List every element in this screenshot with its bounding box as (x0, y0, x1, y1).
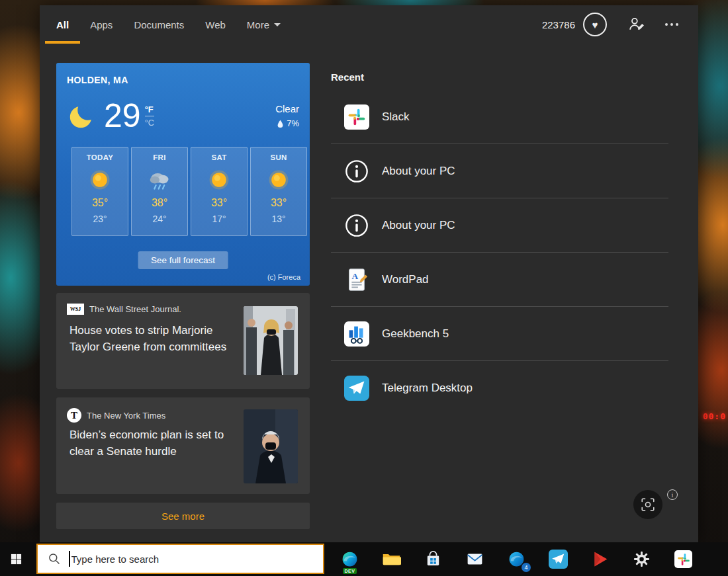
unit-fahrenheit[interactable]: °F (145, 104, 155, 116)
forecast-day-label: TODAY (87, 153, 114, 161)
news-headline: House votes to strip Marjorie Taylor Gre… (69, 322, 235, 355)
recent-item-telegram[interactable]: Telegram Desktop (331, 361, 668, 415)
wallpaper-led-display: 00:0 (703, 411, 726, 421)
taskbar-icons: DEV (329, 542, 704, 576)
weather-card[interactable]: HOLDEN, MA 29 °F °C Clear (56, 63, 310, 286)
nyt-logo: T (67, 408, 81, 423)
moon-icon (67, 101, 97, 131)
store-icon (424, 550, 443, 569)
taskbar-telegram[interactable] (537, 542, 579, 576)
forecast-high: 33° (211, 197, 227, 209)
news-headline: Biden’s economic plan is set to clear a … (69, 427, 235, 460)
see-more-button[interactable]: See more (56, 503, 310, 529)
telegram-icon (549, 550, 568, 569)
recent-item-label: WordPad (382, 273, 429, 286)
info-icon (344, 213, 369, 238)
taskbar-file-explorer[interactable] (371, 542, 412, 576)
file-explorer-icon (382, 550, 401, 569)
recent-item-label: Telegram Desktop (382, 382, 473, 395)
wordpad-icon: A (344, 267, 369, 292)
sun-icon (207, 168, 231, 192)
search-icon (48, 552, 61, 565)
forecast-low: 24° (152, 214, 166, 224)
tab-more[interactable]: More (247, 5, 281, 44)
forecast-day-sun[interactable]: SUN 33° 13° (250, 147, 307, 236)
header-right-cluster: 223786 ♥ (542, 5, 678, 44)
unit-celsius[interactable]: °C (145, 116, 155, 128)
news-source: The Wall Street Journal. (89, 304, 181, 314)
red-play-icon (590, 550, 610, 569)
more-options-icon[interactable] (665, 23, 678, 26)
recent-item-slack[interactable]: Slack (331, 90, 668, 144)
tab-web[interactable]: Web (205, 5, 226, 44)
forecast-day-today[interactable]: TODAY 35° 23° (71, 147, 128, 236)
news-source-row: WSJ The Wall Street Journal. (67, 304, 181, 315)
recent-item-label: About your PC (382, 219, 455, 232)
edge-notification-badge: 4 (522, 563, 531, 572)
forecast-day-fri[interactable]: FRI 38° 24° (131, 147, 188, 236)
slack-icon (344, 104, 369, 130)
weather-condition: Clear (275, 103, 299, 114)
forecast-low: 13° (271, 214, 285, 224)
tab-all[interactable]: All (56, 5, 69, 44)
gear-icon (632, 550, 651, 569)
taskbar-mail[interactable] (454, 542, 496, 576)
news-thumbnail (244, 306, 298, 375)
recent-item-about-pc-1[interactable]: About your PC (331, 144, 668, 198)
news-card-nyt[interactable]: T The New York Times Biden’s economic pl… (56, 397, 310, 494)
forecast-high: 38° (152, 197, 167, 209)
recent-item-about-pc-2[interactable]: About your PC (331, 198, 668, 253)
recent-list: Slack About your PC (331, 90, 668, 415)
rewards-points: 223786 (542, 19, 575, 30)
forecast-day-label: SUN (270, 153, 287, 161)
unit-toggle[interactable]: °F °C (145, 104, 155, 128)
visual-search-info-icon[interactable]: i (667, 489, 678, 500)
slack-icon (674, 550, 692, 568)
text-caret (69, 551, 70, 567)
recent-item-wordpad[interactable]: A WordPad (331, 253, 668, 307)
tab-apps[interactable]: Apps (90, 5, 113, 44)
news-card-wsj[interactable]: WSJ The Wall Street Journal. House votes… (56, 293, 310, 389)
tab-apps-label: Apps (90, 19, 113, 30)
forecast-high: 35° (92, 197, 108, 209)
edge-dev-badge: DEV (343, 568, 357, 574)
taskbar-media-app[interactable] (579, 542, 621, 576)
forecast-grid: TODAY 35° 23° FRI (71, 147, 307, 236)
taskbar-edge[interactable]: 4 (496, 542, 537, 576)
rewards-heart-icon[interactable]: ♥ (583, 13, 607, 36)
taskbar: DEV (0, 542, 728, 576)
forecast-day-label: FRI (153, 153, 165, 161)
tab-documents[interactable]: Documents (134, 5, 184, 44)
mail-icon (465, 550, 484, 569)
weather-current: 29 °F °C Clear 7% (67, 92, 299, 140)
forecast-low: 23° (93, 214, 107, 224)
news-thumbnail (244, 409, 298, 483)
visual-search-icon (641, 497, 655, 512)
current-temperature: 29 (104, 99, 141, 132)
feedback-icon[interactable] (628, 16, 645, 33)
forecast-low: 17° (212, 214, 226, 224)
search-input[interactable] (71, 554, 324, 565)
recent-item-geekbench[interactable]: Geekbench 5 (331, 307, 668, 361)
info-icon (344, 159, 369, 184)
taskbar-edge-dev[interactable]: DEV (329, 542, 371, 576)
svg-text:A: A (351, 271, 358, 281)
recent-item-label: Slack (382, 110, 410, 124)
taskbar-settings[interactable] (621, 542, 662, 576)
taskbar-store[interactable] (412, 542, 454, 576)
start-button[interactable] (0, 542, 32, 576)
windows-logo-icon (10, 553, 23, 565)
forecast-day-sat[interactable]: SAT 33° 17° (191, 147, 248, 236)
search-flyout-panel: All Apps Documents Web More 223786 ♥ (40, 5, 698, 542)
droplet-icon (277, 119, 284, 128)
search-tabs: All Apps Documents Web More (56, 5, 281, 44)
heart-glyph: ♥ (592, 19, 598, 30)
precipitation-value: 7% (287, 118, 299, 128)
taskbar-slack[interactable] (662, 542, 704, 576)
weather-location: HOLDEN, MA (67, 75, 128, 85)
taskbar-search-box[interactable] (36, 544, 324, 574)
geekbench-icon (344, 321, 369, 347)
see-full-forecast-button[interactable]: See full forecast (138, 251, 228, 269)
visual-search-button[interactable] (633, 490, 662, 519)
forecast-high: 33° (271, 197, 287, 209)
